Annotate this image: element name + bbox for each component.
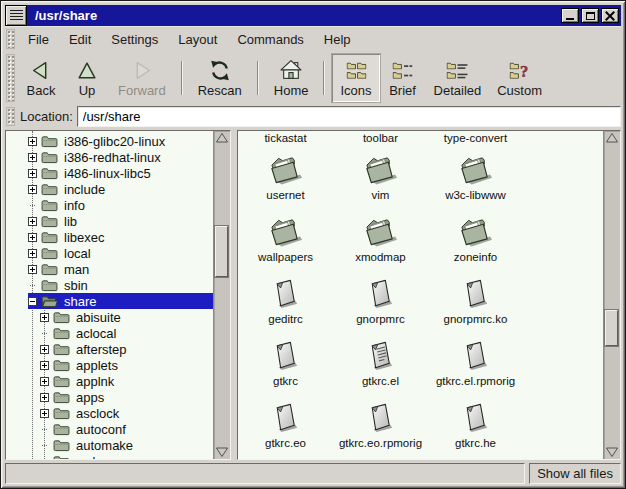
window-menu-button[interactable] <box>5 5 27 26</box>
file-icon-cell[interactable]: gtkrc.eo.rpmorig <box>333 396 428 458</box>
tree-row-body[interactable]: info <box>28 197 213 213</box>
tree-row[interactable]: applnk <box>6 373 213 389</box>
tree-row-body[interactable]: applnk <box>40 373 213 389</box>
tree-row[interactable]: aclocal <box>6 325 213 341</box>
tree-row-body[interactable]: share <box>28 293 213 309</box>
tree-row-body[interactable]: sbin <box>28 277 213 293</box>
tree-expander-icon[interactable] <box>28 185 37 194</box>
file-icon-cell[interactable]: gnorpmrc.ko <box>428 272 523 334</box>
tree-row[interactable]: autoconf <box>6 421 213 437</box>
toolbar-button[interactable]: Home <box>266 54 317 102</box>
menubar-grip-handle[interactable] <box>6 29 15 49</box>
tree-row[interactable]: libexec <box>6 229 213 245</box>
file-icon-cell[interactable]: zoneinfo <box>428 210 523 272</box>
tree-row-body[interactable]: libexec <box>28 229 213 245</box>
tree-row-body[interactable]: apps <box>40 389 213 405</box>
titlebar[interactable]: /usr/share <box>5 5 621 26</box>
tree-expander-icon[interactable] <box>28 281 37 290</box>
tree-row[interactable]: local <box>6 245 213 261</box>
tree-expander-icon[interactable] <box>28 249 37 258</box>
file-label[interactable]: type-convert <box>428 131 523 144</box>
file-icon-cell[interactable]: wallpapers <box>238 210 333 272</box>
tree-row[interactable]: info <box>6 197 213 213</box>
tree-expander-icon[interactable] <box>28 137 37 146</box>
tree-row[interactable]: i486-linux-libc5 <box>6 165 213 181</box>
tree-row-body[interactable]: applets <box>40 357 213 373</box>
tree-row-body[interactable]: automake <box>40 437 213 453</box>
scroll-up-icon[interactable] <box>604 131 620 144</box>
tree-scrollbar-thumb[interactable] <box>215 226 228 277</box>
icon-view-scrollbar[interactable] <box>603 131 620 459</box>
file-label[interactable]: tickastat <box>238 131 333 144</box>
file-icon-cell[interactable]: vim <box>333 148 428 210</box>
tree-row[interactable]: abisuite <box>6 309 213 325</box>
tree-row[interactable]: include <box>6 181 213 197</box>
file-icon-cell[interactable]: usernet <box>238 148 333 210</box>
file-icon-cell[interactable]: geditrc <box>238 272 333 334</box>
tree-row-body[interactable]: include <box>28 181 213 197</box>
tree-expander-icon[interactable] <box>40 313 49 322</box>
titlebar-drag-area[interactable]: /usr/share <box>27 5 621 26</box>
file-icon-cell[interactable]: gnorpmrc <box>333 272 428 334</box>
tree-expander-icon[interactable] <box>40 393 49 402</box>
tree-expander-icon[interactable] <box>40 361 49 370</box>
tree-scrollbar[interactable] <box>213 131 230 459</box>
tree-expander-icon[interactable] <box>40 425 49 434</box>
menu-item[interactable]: File <box>18 27 59 51</box>
tree-expander-icon[interactable] <box>28 153 37 162</box>
toolbar-button[interactable]: Detailed <box>426 54 490 102</box>
file-icon-cell[interactable]: w3c-libwww <box>428 148 523 210</box>
tree-row-body[interactable]: i386-redhat-linux <box>28 149 213 165</box>
tree-row-body[interactable]: autoconf <box>40 421 213 437</box>
tree-expander-icon[interactable] <box>40 377 49 386</box>
tree-expander-icon[interactable] <box>40 409 49 418</box>
file-icon-cell[interactable]: gtkrc.el.rpmorig <box>428 334 523 396</box>
tree-expander-icon[interactable] <box>40 345 49 354</box>
toolbar-button[interactable]: Brief <box>380 54 426 102</box>
toolbar-grip-handle[interactable] <box>6 54 15 102</box>
tree-expander-icon[interactable] <box>40 457 49 460</box>
scroll-down-icon[interactable] <box>604 446 620 459</box>
tree-row-body[interactable]: awk <box>40 453 213 459</box>
tree-expander-icon[interactable] <box>28 217 37 226</box>
tree-expander-icon[interactable] <box>28 201 37 210</box>
file-icon-cell[interactable]: gtkrc.he <box>428 396 523 458</box>
toolbar-button[interactable]: Forward <box>110 54 174 102</box>
menu-item[interactable]: Help <box>314 27 361 51</box>
menu-item[interactable]: Layout <box>168 27 227 51</box>
minimize-button[interactable] <box>561 8 579 23</box>
icon-view-scrollbar-thumb[interactable] <box>605 310 618 346</box>
tree-row-body[interactable]: i386-glibc20-linux <box>28 133 213 149</box>
tree-row-body[interactable]: local <box>28 245 213 261</box>
tree-row[interactable]: afterstep <box>6 341 213 357</box>
tree-row-body[interactable]: afterstep <box>40 341 213 357</box>
menu-item[interactable]: Commands <box>227 27 313 51</box>
location-bar-grip-handle[interactable] <box>6 107 15 126</box>
scroll-down-icon[interactable] <box>214 446 230 459</box>
location-input[interactable] <box>77 106 621 127</box>
tree-expander-icon[interactable] <box>40 441 49 450</box>
file-icon-cell[interactable]: gtkrc <box>238 334 333 396</box>
tree-row-body[interactable]: aclocal <box>40 325 213 341</box>
tree-expander-icon[interactable] <box>28 169 37 178</box>
toolbar-button[interactable]: Up <box>64 54 110 102</box>
tree-row-body[interactable]: man <box>28 261 213 277</box>
toolbar-button[interactable]: Back <box>18 54 64 102</box>
tree-row[interactable]: automake <box>6 437 213 453</box>
tree-expander-icon[interactable] <box>28 297 37 306</box>
tree-row[interactable]: i386-glibc20-linux <box>6 133 213 149</box>
toolbar-button[interactable]: Icons <box>332 54 379 102</box>
tree-row[interactable]: asclock <box>6 405 213 421</box>
file-label[interactable]: toolbar <box>333 131 428 144</box>
toolbar-button[interactable]: Custom <box>489 54 550 102</box>
tree-scrollbar-track[interactable] <box>214 144 230 446</box>
tree-row-body[interactable]: asclock <box>40 405 213 421</box>
toolbar-button[interactable]: Rescan <box>190 54 250 102</box>
tree-row[interactable]: man <box>6 261 213 277</box>
tree-row-body[interactable]: i486-linux-libc5 <box>28 165 213 181</box>
icon-view-scrollbar-track[interactable] <box>604 144 620 446</box>
tree-row[interactable]: share <box>6 293 213 309</box>
scroll-up-icon[interactable] <box>214 131 230 144</box>
tree-expander-icon[interactable] <box>40 329 49 338</box>
close-button[interactable] <box>601 8 619 23</box>
